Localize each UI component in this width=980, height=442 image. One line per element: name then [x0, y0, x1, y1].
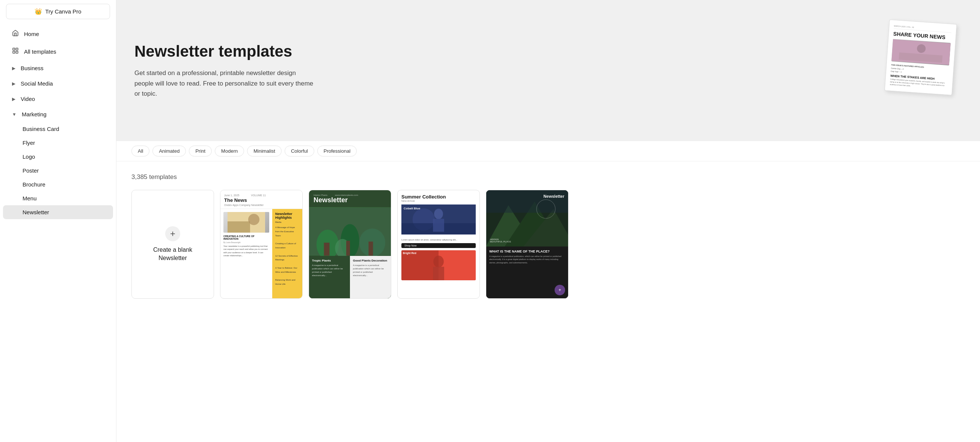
- sidebar-item-social-media[interactable]: ▶ Social Media: [3, 76, 113, 91]
- svg-rect-15: [324, 243, 330, 256]
- all-templates-icon: [12, 47, 19, 56]
- svg-rect-3: [16, 51, 18, 53]
- try-pro-label: Try Canva Pro: [45, 8, 81, 15]
- sidebar-all-templates-label: All templates: [24, 48, 56, 55]
- filter-tab-print[interactable]: Print: [189, 146, 212, 157]
- svg-rect-16: [346, 241, 350, 256]
- filter-tabs-bar: All Animated Print Modern Minimalist Col…: [116, 141, 980, 162]
- plants-col1-title: Tropic Plants: [312, 259, 347, 262]
- mountain-circle-icon: +: [558, 287, 561, 293]
- filter-tab-animated[interactable]: Animated: [153, 146, 186, 157]
- news-right-col: Newsletter Highlights Media A Message of…: [272, 209, 302, 298]
- mountain-overlay-text: HIDDENBEAUTIFUL PLACE: [490, 238, 511, 243]
- plants-header: Interior Plants www.interiorplants.com N…: [309, 190, 391, 207]
- mountain-question: WHAT IS THE NAME OF THE PLACE?: [489, 250, 565, 253]
- summer-sub: New Arrival: [401, 200, 476, 202]
- chevron-down-icon-m: ▼: [12, 112, 16, 117]
- svg-rect-17: [369, 242, 373, 256]
- plants-col1: Tropic Plants A magazine is a periodical…: [309, 256, 350, 298]
- news-section-title: CREATING A CULTURE OF INNOVATION: [223, 235, 269, 240]
- preview-image: [891, 39, 951, 66]
- blank-card-label: Create a blank Newsletter: [153, 246, 192, 263]
- business-card-label: Business Card: [22, 126, 59, 132]
- sidebar-item-marketing[interactable]: ▼ Marketing: [3, 106, 113, 122]
- plants-image: [309, 207, 391, 256]
- mountain-purple-circle: +: [555, 285, 565, 295]
- svg-rect-0: [13, 48, 14, 50]
- flyer-label: Flyer: [22, 139, 35, 146]
- sidebar-item-newsletter[interactable]: Newsletter: [3, 205, 113, 219]
- hero-title: Newsletter templates: [134, 43, 315, 60]
- main-content: Newsletter templates Get started on a pr…: [116, 0, 980, 442]
- news-body: CREATING A CULTURE OF INNOVATION By Lexi…: [220, 209, 302, 298]
- hero-banner: Newsletter templates Get started on a pr…: [116, 0, 980, 141]
- newsletter-label: Newsletter: [22, 209, 49, 215]
- summer-img1-label: Cobalt Blue: [404, 207, 420, 210]
- crown-icon: 👑: [35, 8, 42, 15]
- news-title: The News: [224, 197, 299, 203]
- sidebar-home-label: Home: [24, 31, 39, 37]
- sidebar-item-business-card[interactable]: Business Card: [3, 122, 113, 136]
- sidebar-video-label: Video: [21, 96, 35, 102]
- sidebar-item-home[interactable]: Home: [3, 25, 113, 43]
- sidebar-item-brochure[interactable]: Brochure: [3, 177, 113, 192]
- sidebar-item-video[interactable]: ▶ Video: [3, 91, 113, 106]
- templates-section: 3,385 templates + Create a blank Newslet…: [116, 162, 980, 314]
- news-left-col: CREATING A CULTURE OF INNOVATION By Lexi…: [220, 209, 272, 298]
- svg-rect-31: [486, 190, 568, 213]
- news-body-text: Your newsletter is a powerful publishing…: [223, 245, 269, 257]
- poster-label: Poster: [22, 167, 39, 174]
- menu-label: Menu: [22, 195, 37, 201]
- filter-tab-minimalist[interactable]: Minimalist: [247, 146, 282, 157]
- filter-tab-all[interactable]: All: [131, 146, 150, 157]
- template-count: 3,385 templates: [131, 173, 965, 181]
- newsletter-preview-card: MARCH 2020 | VOL. XII SHARE YOUR NEWS TH…: [885, 19, 957, 95]
- plus-icon: +: [165, 226, 180, 241]
- template-card-summer-collection[interactable]: Summer Collection New Arrival Cobalt Blu…: [397, 190, 480, 299]
- svg-point-9: [248, 214, 259, 225]
- sidebar: 👑 Try Canva Pro Home All templates ▶ Bus…: [0, 0, 116, 442]
- sidebar-item-flyer[interactable]: Flyer: [3, 136, 113, 150]
- news-header: June 1, 2025 VOLUME 11 The News Ondev Ap…: [220, 190, 302, 209]
- news-sub: Ondev Apps Company Newsletter: [224, 204, 299, 206]
- sidebar-item-poster[interactable]: Poster: [3, 163, 113, 177]
- plants-col2: Good Plants Decoration A magazine is a p…: [350, 256, 391, 298]
- summer-title: Summer Collection: [401, 194, 476, 200]
- svg-rect-8: [228, 221, 250, 233]
- template-card-mountain[interactable]: Newsletter HIDDENBEAUTIFUL PLACE WHAT IS…: [486, 190, 568, 299]
- sidebar-social-media-label: Social Media: [21, 80, 53, 87]
- mountain-body-text: A magazine is a periodical publication, …: [489, 255, 565, 264]
- summer-image1: Cobalt Blue: [401, 204, 476, 234]
- filter-tab-modern[interactable]: Modern: [215, 146, 244, 157]
- filter-tab-professional[interactable]: Professional: [317, 146, 357, 157]
- chevron-right-icon-v: ▶: [12, 97, 15, 102]
- svg-point-21: [434, 209, 443, 219]
- summer-desc1: Lorem ipsum dolor sit amet, consectetur …: [401, 238, 476, 242]
- try-pro-button[interactable]: 👑 Try Canva Pro: [6, 4, 110, 19]
- sidebar-item-all-templates[interactable]: All templates: [3, 43, 113, 60]
- sidebar-item-logo[interactable]: Logo: [3, 150, 113, 163]
- plants-col2-title: Good Plants Decoration: [353, 259, 388, 262]
- news-author: By Lexie Beauwright: [223, 241, 269, 244]
- hero-text-block: Newsletter templates Get started on a pr…: [134, 43, 315, 99]
- sidebar-marketing-label: Marketing: [22, 111, 46, 117]
- svg-rect-1: [16, 48, 18, 50]
- logo-label: Logo: [22, 154, 35, 160]
- mountain-newsletter-label: Newsletter: [543, 194, 564, 198]
- hero-description: Get started on a professional, printable…: [134, 68, 315, 99]
- template-card-the-news[interactable]: June 1, 2025 VOLUME 11 The News Ondev Ap…: [220, 190, 303, 299]
- filter-tab-colorful[interactable]: Colorful: [285, 146, 314, 157]
- svg-point-25: [433, 255, 444, 268]
- chevron-right-icon-sm: ▶: [12, 81, 15, 86]
- sidebar-item-menu[interactable]: Menu: [3, 192, 113, 205]
- summer-shop-btn[interactable]: Shop Now: [401, 243, 476, 248]
- plants-col2-text: A magazine is a periodical publication w…: [353, 264, 388, 277]
- sidebar-item-business[interactable]: ▶ Business: [3, 60, 113, 76]
- template-card-interior-plants[interactable]: Interior Plants www.interiorplants.com N…: [309, 190, 391, 299]
- hero-image-area: MARCH 2020 | VOL. XII SHARE YOUR NEWS TH…: [857, 18, 962, 123]
- chevron-right-icon: ▶: [12, 66, 15, 71]
- mountain-image: Newsletter HIDDENBEAUTIFUL PLACE: [486, 190, 568, 247]
- plants-bottom: Tropic Plants A magazine is a periodical…: [309, 256, 391, 298]
- news-date: June 1, 2025 VOLUME 11: [224, 194, 299, 196]
- blank-newsletter-card[interactable]: + Create a blank Newsletter: [131, 190, 214, 299]
